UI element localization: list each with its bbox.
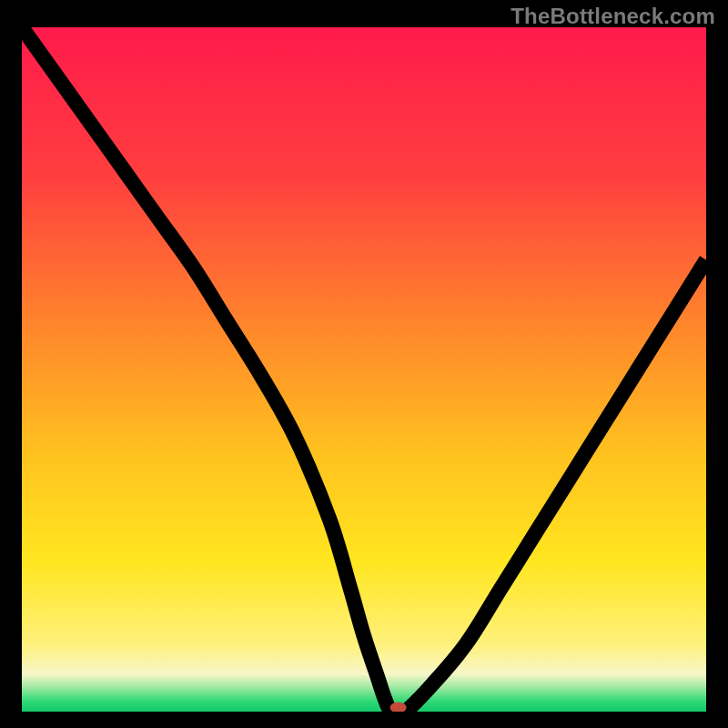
- plot-area: [22, 27, 706, 712]
- bottleneck-chart: [22, 27, 706, 712]
- gradient-background: [22, 27, 706, 712]
- chart-container: TheBottleneck.com: [0, 0, 728, 728]
- watermark-label: TheBottleneck.com: [511, 4, 715, 29]
